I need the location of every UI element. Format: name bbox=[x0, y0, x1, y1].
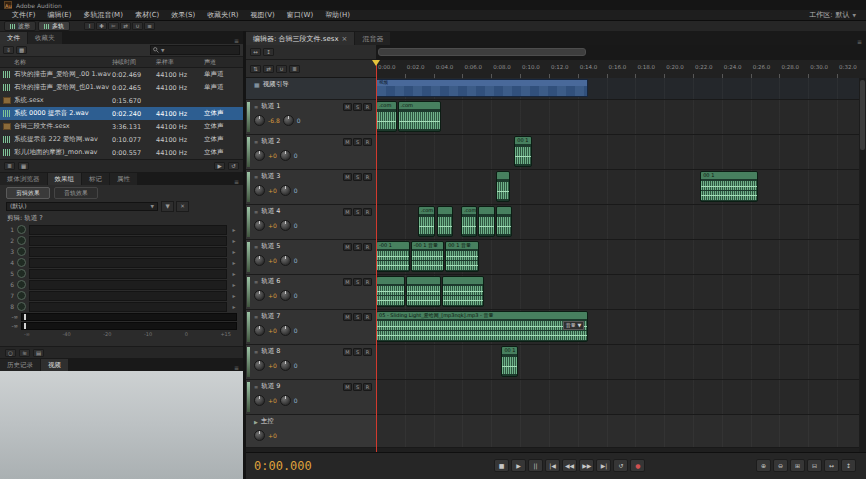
file-row[interactable]: 系统提示音 222 爱给网.wav0:10.07744100 Hz立体声 bbox=[0, 133, 243, 146]
slot-field[interactable] bbox=[29, 291, 227, 301]
track-grip-icon[interactable]: ≡ bbox=[254, 104, 258, 110]
mute-button[interactable]: M bbox=[343, 243, 352, 251]
audio-clip[interactable] bbox=[478, 206, 494, 237]
slot-field[interactable] bbox=[29, 302, 227, 312]
audio-clip[interactable] bbox=[442, 276, 484, 307]
track-name[interactable]: 视频引导 bbox=[263, 80, 289, 89]
track-name[interactable]: 轨道 4 bbox=[261, 207, 280, 216]
track-header-轨道 7[interactable]: ≡轨道 7MSR+00 bbox=[246, 310, 376, 345]
record-arm-button[interactable]: R bbox=[363, 278, 372, 286]
track-lane-轨道 1[interactable]: .com.com bbox=[376, 100, 866, 135]
file-row[interactable]: 系统.sesx0:15.670 bbox=[0, 94, 243, 107]
effect-slot[interactable]: 8▸ bbox=[0, 301, 243, 312]
meter-fader-handle[interactable] bbox=[24, 314, 26, 320]
track-header-轨道 6[interactable]: ≡轨道 6MSR+00 bbox=[246, 275, 376, 310]
track-lane-轨道 7[interactable]: 05 - Sliding Light_爱给网_[mp3nqk].mp3 - 音量… bbox=[376, 310, 866, 345]
column-name[interactable]: 名称 bbox=[0, 58, 112, 67]
zoom-range-left-icon[interactable]: ↔ bbox=[250, 48, 261, 56]
slot-arrow-icon[interactable]: ▸ bbox=[230, 270, 238, 277]
track-name[interactable]: 轨道 7 bbox=[261, 312, 280, 321]
record-arm-button[interactable]: R bbox=[363, 383, 372, 391]
effect-slot[interactable]: 2▸ bbox=[0, 235, 243, 246]
menu-item[interactable]: 收藏夹(R) bbox=[201, 10, 244, 20]
video-track-header[interactable]: ▦视频引导 bbox=[246, 78, 376, 100]
meter-fader-handle[interactable] bbox=[24, 323, 26, 329]
slot-arrow-icon[interactable]: ▸ bbox=[230, 237, 238, 244]
slot-arrow-icon[interactable]: ▸ bbox=[230, 259, 238, 266]
track-name[interactable]: 轨道 2 bbox=[261, 137, 280, 146]
menu-item[interactable]: 编辑(E) bbox=[42, 10, 78, 20]
master-track-header[interactable]: ▶主控+0 bbox=[246, 415, 376, 448]
mute-button[interactable]: M bbox=[343, 278, 352, 286]
editor-tab-1[interactable]: 混音器 bbox=[355, 32, 390, 45]
mute-button[interactable]: M bbox=[343, 348, 352, 356]
mute-button[interactable]: M bbox=[343, 138, 352, 146]
solo-button[interactable]: S bbox=[353, 383, 362, 391]
range-bar-thumb[interactable] bbox=[378, 48, 586, 56]
effects-mode-button-1[interactable]: 音轨效果 bbox=[54, 187, 98, 199]
track-grip-icon[interactable]: ≡ bbox=[254, 139, 258, 145]
import-file-icon[interactable]: ⇩ bbox=[3, 46, 14, 54]
track-grip-icon[interactable]: ≡ bbox=[254, 314, 258, 320]
pan-knob[interactable] bbox=[280, 255, 291, 266]
effects-tab-0[interactable]: 媒体浏览器 bbox=[0, 173, 47, 185]
track-grip-icon[interactable]: ≡ bbox=[254, 209, 258, 215]
menu-item[interactable]: 多轨混音(M) bbox=[77, 10, 129, 20]
mute-button[interactable]: M bbox=[343, 313, 352, 321]
move-playhead-to-next-button[interactable]: ▶| bbox=[596, 459, 611, 472]
volume-knob[interactable] bbox=[254, 360, 265, 371]
preset-dropdown[interactable]: (默认) ▼ bbox=[6, 202, 158, 211]
track-header-轨道 9[interactable]: ≡轨道 9MSR+00 bbox=[246, 380, 376, 415]
track-grip-icon[interactable]: ≡ bbox=[254, 244, 258, 250]
track-grip-icon[interactable]: ≡ bbox=[254, 349, 258, 355]
vertical-scrollbar-thumb[interactable] bbox=[860, 80, 865, 150]
file-row[interactable]: 石块的撞击声_爱给网_也01.wav0:02.46544100 Hz单声道 bbox=[0, 81, 243, 94]
volume-knob[interactable] bbox=[254, 185, 265, 196]
panel-menu-icon[interactable]: ≡ bbox=[230, 178, 243, 185]
volume-knob[interactable] bbox=[254, 430, 265, 441]
audio-clip[interactable]: 00 1 bbox=[501, 346, 517, 377]
play-button[interactable]: ▶ bbox=[511, 459, 526, 472]
record-arm-button[interactable]: R bbox=[363, 313, 372, 321]
solo-button[interactable]: S bbox=[353, 243, 362, 251]
close-icon[interactable]: × bbox=[342, 35, 348, 43]
effect-slot[interactable]: 6▸ bbox=[0, 279, 243, 290]
solo-button[interactable]: S bbox=[353, 208, 362, 216]
view-button-1[interactable]: 多轨 bbox=[38, 21, 70, 31]
power-icon[interactable] bbox=[17, 302, 26, 311]
column-channels[interactable]: 声道 bbox=[204, 58, 243, 67]
audio-clip[interactable] bbox=[406, 276, 441, 307]
effect-slot[interactable]: 4▸ bbox=[0, 257, 243, 268]
track-name[interactable]: 轨道 9 bbox=[261, 382, 280, 391]
volume-knob[interactable] bbox=[254, 395, 265, 406]
mute-button[interactable]: M bbox=[343, 103, 352, 111]
pan-knob[interactable] bbox=[280, 220, 291, 231]
record-arm-button[interactable]: R bbox=[363, 173, 372, 181]
track-name[interactable]: 轨道 3 bbox=[261, 172, 280, 181]
snap-icon[interactable]: ∪ bbox=[132, 22, 143, 30]
slot-field[interactable] bbox=[29, 236, 227, 246]
slot-field[interactable] bbox=[29, 269, 227, 279]
fast-forward-button[interactable]: ▶▶ bbox=[579, 459, 594, 472]
audio-clip[interactable]: 05 - Sliding Light_爱给网_[mp3nqk].mp3 - 音量… bbox=[376, 311, 588, 342]
vertical-zoom-icon[interactable]: ⇅ bbox=[250, 65, 261, 73]
power-icon[interactable] bbox=[17, 258, 26, 267]
audio-clip[interactable]: .com bbox=[398, 101, 442, 132]
files-tab-0[interactable]: 文件 bbox=[0, 32, 27, 44]
editor-tab-0[interactable]: 编辑器: 合辑三段文件.sesx× bbox=[246, 32, 354, 45]
auto-play-icon[interactable]: ▶ bbox=[214, 162, 225, 170]
audio-clip[interactable]: .com bbox=[418, 206, 436, 237]
audio-clip[interactable] bbox=[496, 171, 511, 202]
menu-item[interactable]: 效果(S) bbox=[165, 10, 201, 20]
input-level-meter[interactable]: -∞ bbox=[0, 312, 243, 321]
panel-menu-icon[interactable]: ≡ bbox=[230, 364, 243, 371]
horizontal-zoom-icon[interactable]: ⇄ bbox=[263, 65, 274, 73]
timeline-range-bar[interactable] bbox=[376, 45, 866, 61]
slot-field[interactable] bbox=[29, 280, 227, 290]
track-options-icon[interactable]: ≣ bbox=[289, 65, 300, 73]
pan-knob[interactable] bbox=[280, 290, 291, 301]
pan-knob[interactable] bbox=[280, 185, 291, 196]
slot-arrow-icon[interactable]: ▸ bbox=[230, 281, 238, 288]
save-preset-icon[interactable]: ▼ bbox=[161, 201, 174, 212]
audio-clip[interactable]: 00 1 bbox=[700, 171, 758, 202]
